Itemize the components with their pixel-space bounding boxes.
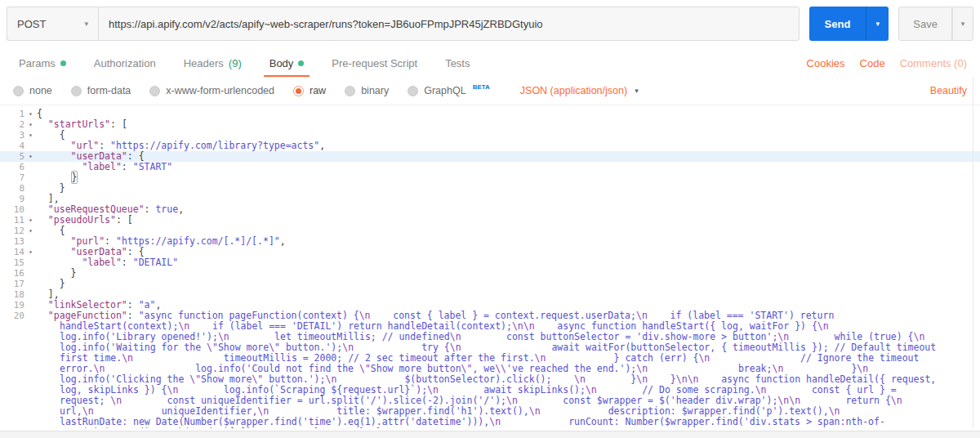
code-editor[interactable]: 1▾{2▾ "startUrls": [3▾ {4 "url": "https:… <box>0 105 980 428</box>
tab-pre-request-script[interactable]: Pre-request Script <box>326 49 423 77</box>
radio-icon <box>149 86 160 96</box>
radio-label: GraphQL <box>424 85 466 96</box>
fold-gutter <box>24 204 37 215</box>
fold-gutter <box>24 183 37 194</box>
chevron-down-icon: ▾ <box>961 20 965 28</box>
radio-icon <box>71 86 82 96</box>
radio-label: none <box>29 85 52 96</box>
tab-label: Headers <box>184 57 224 69</box>
headers-count: (9) <box>229 57 242 69</box>
radio-label: x-www-form-urlencoded <box>166 85 274 96</box>
comments-link[interactable]: Comments (0) <box>900 57 967 69</box>
tab-body[interactable]: Body <box>264 49 310 77</box>
radio-icon <box>345 86 355 96</box>
code-line[interactable]: 7 } <box>0 172 980 183</box>
tab-label: Body <box>270 57 294 69</box>
save-button-group: Save ▾ <box>898 7 973 41</box>
code-line[interactable]: 8 } <box>0 183 980 194</box>
radio-graphql[interactable]: GraphQL BETA <box>408 85 490 96</box>
send-button-group: Send ▾ <box>809 7 889 41</box>
radio-raw[interactable]: raw <box>293 85 326 96</box>
fold-arrow-icon[interactable]: ▾ <box>24 151 37 162</box>
beta-badge: BETA <box>473 83 490 91</box>
send-options-button[interactable]: ▾ <box>866 7 889 41</box>
green-dot-icon <box>60 60 66 66</box>
fold-gutter <box>24 257 37 268</box>
save-label: Save <box>913 18 938 30</box>
code-link[interactable]: Code <box>860 57 885 69</box>
radio-form-data[interactable]: form-data <box>71 85 131 96</box>
fold-gutter <box>24 172 37 183</box>
fold-gutter <box>24 141 37 151</box>
fold-gutter <box>24 236 37 247</box>
fold-arrow-icon[interactable]: ▾ <box>24 119 37 130</box>
request-tabs: Params Authorization Headers (9) Body Pr… <box>13 49 967 77</box>
tabs-right-links: Cookies Code Comments (0) <box>807 49 967 77</box>
radio-none[interactable]: none <box>13 85 52 96</box>
tab-label: Tests <box>445 57 470 69</box>
bottom-strip <box>0 431 980 438</box>
tab-authorization[interactable]: Authorization <box>88 49 162 77</box>
cookies-link[interactable]: Cookies <box>807 57 845 69</box>
fold-arrow-icon[interactable]: ▾ <box>24 215 37 226</box>
code-line[interactable]: 13 "purl": "https://apify.com/[.*]/[.*]"… <box>0 236 980 247</box>
fold-gutter <box>24 194 37 204</box>
radio-x-www-form-urlencoded[interactable]: x-www-form-urlencoded <box>149 85 274 96</box>
content-type-select[interactable]: JSON (application/json) ▾ <box>520 85 639 96</box>
chevron-down-icon: ▾ <box>876 20 880 28</box>
code-line[interactable]: 10 "useRequestQueue": true, <box>0 204 980 215</box>
code-line[interactable]: 11▾ "pseudoUrls": [ <box>0 215 980 226</box>
code-line[interactable]: 15 "label": "DETAIL" <box>0 257 980 268</box>
chevron-down-icon: ▾ <box>635 87 639 95</box>
save-button[interactable]: Save <box>898 7 952 41</box>
save-options-button[interactable]: ▾ <box>952 7 973 41</box>
code-line[interactable]: 17 } <box>0 279 980 289</box>
tab-params[interactable]: Params <box>13 49 72 77</box>
method-select[interactable]: POST ▾ <box>7 7 98 41</box>
green-dot-icon <box>298 60 304 66</box>
editor-right-edge <box>973 78 973 428</box>
code-line[interactable]: 20 "pageFunction": "async function pageF… <box>0 311 980 428</box>
radio-icon <box>408 86 418 96</box>
radio-selected-icon <box>293 86 304 96</box>
content-type-value: JSON (application/json) <box>520 85 627 96</box>
radio-label: form-data <box>87 85 131 96</box>
request-url-row: POST ▾ https://api.apify.com/v2/acts/api… <box>7 7 973 41</box>
fold-arrow-icon[interactable]: ▾ <box>24 226 37 236</box>
url-value: https://api.apify.com/v2/acts/apify~web-… <box>109 18 543 30</box>
body-type-row: none form-data x-www-form-urlencoded raw… <box>13 78 967 104</box>
code-line[interactable]: 2▾ "startUrls": [ <box>0 119 980 130</box>
send-label: Send <box>825 18 851 30</box>
send-button[interactable]: Send <box>809 7 866 41</box>
code-line[interactable]: 1▾{ <box>0 109 980 119</box>
tab-tests[interactable]: Tests <box>439 49 475 77</box>
tab-label: Pre-request Script <box>332 57 417 69</box>
fold-gutter <box>24 162 37 172</box>
url-input[interactable]: https://api.apify.com/v2/acts/apify~web-… <box>98 7 800 41</box>
code-line[interactable]: 6 "label": "START" <box>0 162 980 172</box>
fold-arrow-icon[interactable]: ▾ <box>24 130 37 141</box>
fold-gutter <box>24 289 37 300</box>
postman-request-builder: POST ▾ https://api.apify.com/v2/acts/api… <box>0 0 980 438</box>
fold-arrow-icon[interactable]: ▾ <box>24 247 37 257</box>
beautify-button[interactable]: Beautify <box>930 85 967 96</box>
fold-gutter <box>24 268 37 279</box>
radio-label: raw <box>310 85 326 96</box>
radio-binary[interactable]: binary <box>345 85 389 96</box>
fold-gutter <box>24 311 37 428</box>
radio-icon <box>13 86 24 96</box>
tab-headers[interactable]: Headers (9) <box>178 49 247 77</box>
fold-gutter <box>24 300 37 311</box>
radio-label: binary <box>361 85 389 96</box>
fold-gutter <box>24 279 37 289</box>
tab-label: Authorization <box>94 57 156 69</box>
chevron-down-icon: ▾ <box>84 20 88 28</box>
method-value: POST <box>17 18 46 30</box>
code-line[interactable]: 4 "url": "https://apify.com/library?type… <box>0 141 980 151</box>
fold-arrow-icon[interactable]: ▾ <box>24 109 37 119</box>
code-line[interactable]: 16 } <box>0 268 980 279</box>
tab-label: Params <box>19 57 56 69</box>
